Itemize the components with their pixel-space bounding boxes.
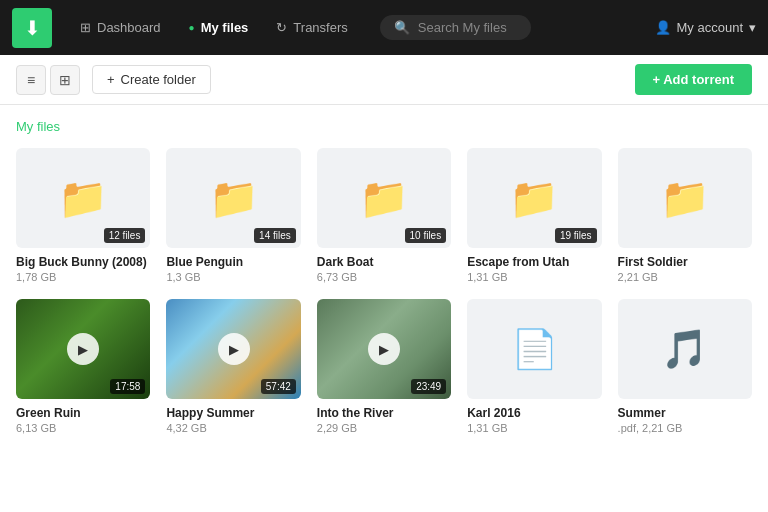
file-size: 1,78 GB	[16, 271, 150, 283]
nav-items: ⊞ Dashboard ● My files ↻ Transfers	[68, 14, 360, 41]
view-toggle: ≡ ⊞	[16, 65, 80, 95]
plus-icon: +	[107, 72, 115, 87]
nav-dashboard[interactable]: ⊞ Dashboard	[68, 14, 173, 41]
list-view-button[interactable]: ≡	[16, 65, 46, 95]
myfiles-dot: ●	[189, 22, 195, 33]
search-box[interactable]: 🔍	[380, 15, 531, 40]
file-size: 2,21 GB	[618, 271, 752, 283]
file-size: .pdf, 2,21 GB	[618, 422, 752, 434]
file-size: 1,31 GB	[467, 422, 601, 434]
folder-icon: 📁	[58, 175, 108, 222]
chevron-down-icon: ▾	[749, 20, 756, 35]
file-name: Into the River	[317, 406, 451, 420]
list-item[interactable]: 🎵 Summer .pdf, 2,21 GB	[618, 299, 752, 434]
account-button[interactable]: 👤 My account ▾	[655, 20, 756, 35]
search-icon: 🔍	[394, 20, 410, 35]
list-item[interactable]: ▶ 17:58 Green Ruin 6,13 GB	[16, 299, 150, 434]
files-grid: 📁 12 files Big Buck Bunny (2008) 1,78 GB…	[16, 148, 752, 434]
logo-icon: ⬇	[24, 16, 41, 40]
file-name: Big Buck Bunny (2008)	[16, 255, 150, 269]
file-name: Karl 2016	[467, 406, 601, 420]
list-item[interactable]: 📁 First Soldier 2,21 GB	[618, 148, 752, 283]
file-thumbnail: 📁 14 files	[166, 148, 300, 248]
list-item[interactable]: 📁 19 files Escape from Utah 1,31 GB	[467, 148, 601, 283]
file-thumbnail: 📁	[618, 148, 752, 248]
file-thumbnail: ▶ 57:42	[166, 299, 300, 399]
folder-icon: 📁	[359, 175, 409, 222]
file-name: Green Ruin	[16, 406, 150, 420]
transfers-icon: ↻	[276, 20, 287, 35]
toolbar: ≡ ⊞ + Create folder + Add torrent	[0, 55, 768, 105]
file-size: 6,73 GB	[317, 271, 451, 283]
content-area: My files 📁 12 files Big Buck Bunny (2008…	[0, 105, 768, 512]
list-item[interactable]: 📁 12 files Big Buck Bunny (2008) 1,78 GB	[16, 148, 150, 283]
file-thumbnail: ▶ 17:58	[16, 299, 150, 399]
folder-icon: 📁	[209, 175, 259, 222]
nav-transfers[interactable]: ↻ Transfers	[264, 14, 359, 41]
file-size: 6,13 GB	[16, 422, 150, 434]
file-thumbnail: 📁 19 files	[467, 148, 601, 248]
grid-icon: ⊞	[59, 72, 71, 88]
file-name: Summer	[618, 406, 752, 420]
create-folder-button[interactable]: + Create folder	[92, 65, 211, 94]
header: ⬇ ⊞ Dashboard ● My files ↻ Transfers 🔍 👤…	[0, 0, 768, 55]
file-thumbnail: 📄	[467, 299, 601, 399]
file-size: 1,3 GB	[166, 271, 300, 283]
music-icon: 🎵	[661, 327, 708, 371]
list-item[interactable]: 📁 10 files Dark Boat 6,73 GB	[317, 148, 451, 283]
add-torrent-button[interactable]: + Add torrent	[635, 64, 753, 95]
file-size: 4,32 GB	[166, 422, 300, 434]
list-item[interactable]: 📁 14 files Blue Penguin 1,3 GB	[166, 148, 300, 283]
file-thumbnail: 📁 10 files	[317, 148, 451, 248]
duration-badge: 23:49	[411, 379, 446, 394]
folder-icon: 📁	[509, 175, 559, 222]
file-count-badge: 14 files	[254, 228, 296, 243]
breadcrumb[interactable]: My files	[16, 119, 752, 134]
logo[interactable]: ⬇	[12, 8, 52, 48]
file-name: Escape from Utah	[467, 255, 601, 269]
list-icon: ≡	[27, 72, 35, 88]
file-thumbnail: 🎵	[618, 299, 752, 399]
duration-badge: 17:58	[110, 379, 145, 394]
play-button[interactable]: ▶	[67, 333, 99, 365]
file-name: Dark Boat	[317, 255, 451, 269]
grid-view-button[interactable]: ⊞	[50, 65, 80, 95]
dashboard-icon: ⊞	[80, 20, 91, 35]
folder-icon: 📁	[660, 175, 710, 222]
duration-badge: 57:42	[261, 379, 296, 394]
file-size: 1,31 GB	[467, 271, 601, 283]
list-item[interactable]: ▶ 23:49 Into the River 2,29 GB	[317, 299, 451, 434]
file-name: Blue Penguin	[166, 255, 300, 269]
file-thumbnail: ▶ 23:49	[317, 299, 451, 399]
file-name: Happy Summer	[166, 406, 300, 420]
account-icon: 👤	[655, 20, 671, 35]
file-count-badge: 12 files	[104, 228, 146, 243]
play-button[interactable]: ▶	[368, 333, 400, 365]
file-size: 2,29 GB	[317, 422, 451, 434]
file-thumbnail: 📁 12 files	[16, 148, 150, 248]
file-count-badge: 10 files	[405, 228, 447, 243]
document-icon: 📄	[511, 327, 558, 371]
play-button[interactable]: ▶	[218, 333, 250, 365]
list-item[interactable]: ▶ 57:42 Happy Summer 4,32 GB	[166, 299, 300, 434]
nav-myfiles[interactable]: ● My files	[177, 14, 261, 41]
file-name: First Soldier	[618, 255, 752, 269]
file-count-badge: 19 files	[555, 228, 597, 243]
search-input[interactable]	[418, 20, 517, 35]
list-item[interactable]: 📄 Karl 2016 1,31 GB	[467, 299, 601, 434]
